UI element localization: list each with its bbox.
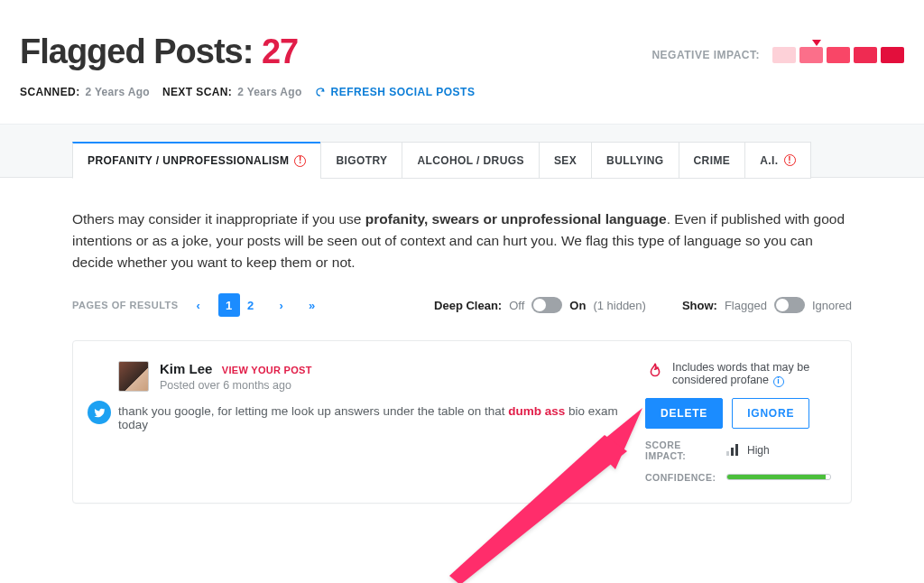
page-title-text: Flagged Posts: [20, 32, 253, 70]
meter-seg [827, 47, 850, 63]
pagination-prev[interactable]: ‹ [188, 293, 209, 317]
post-text: thank you google, for letting me look up… [118, 404, 625, 431]
flagged-term: dumb ass [508, 404, 565, 418]
pagination-last[interactable]: » [301, 293, 323, 317]
tab-crime[interactable]: CRIME [679, 142, 746, 179]
refresh-icon [315, 87, 326, 97]
tab-bigotry[interactable]: BIGOTRY [320, 142, 402, 179]
deepclean-off-label: Off [509, 299, 524, 312]
delete-button[interactable]: DELETE [645, 398, 723, 429]
refresh-label: REFRESH SOCIAL POSTS [331, 86, 476, 98]
flagged-count: 27 [262, 32, 298, 70]
deepclean-toggle[interactable] [531, 297, 562, 313]
category-tabs: PROFANITY / UNPROFESSIONALISM!BIGOTRYALC… [72, 142, 852, 179]
alert-icon: ! [294, 155, 306, 167]
show-toggle[interactable] [774, 297, 805, 313]
refresh-button[interactable]: REFRESH SOCIAL POSTS [315, 86, 476, 98]
score-impact-value: High [747, 444, 770, 457]
negative-impact-meter [772, 47, 904, 63]
post-card: Kim Lee View Your Post Posted over 6 mon… [72, 340, 852, 504]
negative-impact-label: NEGATIVE IMPACT: [651, 49, 760, 61]
show-ignored-label: Ignored [812, 299, 852, 312]
deepclean-on-label: On [569, 299, 586, 312]
meter-seg [772, 47, 796, 63]
meter-marker-icon [812, 40, 821, 46]
meter-seg [854, 47, 877, 63]
twitter-icon [88, 401, 111, 424]
show-label: Show: [682, 299, 717, 312]
info-icon[interactable]: i [773, 376, 784, 387]
pagination-page-2[interactable]: 2 [240, 293, 262, 317]
view-post-link[interactable]: View Your Post [222, 365, 312, 375]
next-scan-value: 2 Years Ago [237, 86, 301, 98]
flame-icon [645, 361, 665, 381]
tab-a-i[interactable]: A.I.! [744, 142, 810, 179]
alert-icon: ! [784, 154, 796, 166]
scanned-label: SCANNED: [20, 86, 80, 98]
confidence-label: CONFIDENCE: [645, 472, 717, 483]
flag-reason: Includes words that may be considered pr… [672, 361, 809, 386]
tab-profanity-unprofessionalism[interactable]: PROFANITY / UNPROFESSIONALISM! [72, 142, 321, 179]
deepclean-hidden-count: (1 hidden) [593, 299, 646, 312]
score-impact-label: SCORE IMPACT: [645, 440, 717, 461]
posted-time: Posted over 6 months ago [160, 379, 312, 392]
show-flagged-label: Flagged [725, 299, 767, 312]
avatar [118, 361, 149, 392]
page-title: Flagged Posts: 27 [20, 32, 298, 71]
confidence-bar [726, 474, 831, 480]
pagination-page-1[interactable]: 1 [218, 293, 240, 317]
meter-seg [799, 47, 823, 63]
signal-bars-icon [726, 444, 738, 456]
meter-seg [881, 47, 904, 63]
ignore-button[interactable]: IGNORE [732, 398, 809, 429]
next-scan-label: NEXT SCAN: [162, 86, 232, 98]
deepclean-label: Deep Clean: [434, 299, 502, 312]
pagination-label: PAGES OF RESULTS [72, 300, 179, 310]
author-name: Kim Lee [160, 361, 212, 376]
category-description: Others may consider it inappropriate if … [72, 208, 852, 273]
tab-alcohol-drugs[interactable]: ALCOHOL / DRUGS [402, 142, 539, 179]
tab-sex[interactable]: SEX [539, 142, 592, 179]
pagination-next[interactable]: › [271, 293, 292, 317]
tab-bullying[interactable]: BULLYING [591, 142, 679, 179]
scanned-value: 2 Years Ago [86, 86, 150, 98]
